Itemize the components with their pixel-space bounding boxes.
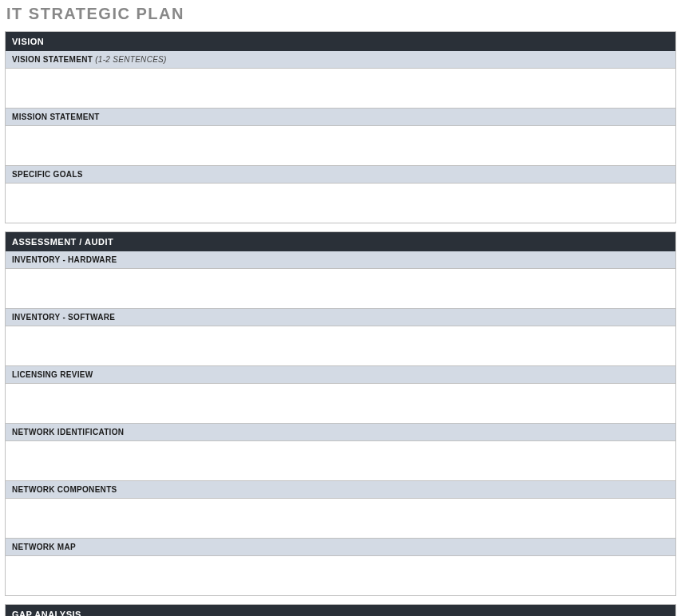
inventory-hardware-field[interactable] <box>6 269 675 308</box>
vision-statement-label: VISION STATEMENT (1-2 SENTENCES) <box>6 51 675 69</box>
inventory-software-label: INVENTORY - SOFTWARE <box>6 308 675 326</box>
assessment-section: ASSESSMENT / AUDIT INVENTORY - HARDWARE … <box>5 231 676 596</box>
network-map-field[interactable] <box>6 556 675 595</box>
vision-statement-hint: (1-2 SENTENCES) <box>95 55 167 64</box>
inventory-hardware-label: INVENTORY - HARDWARE <box>6 251 675 269</box>
network-components-field[interactable] <box>6 499 675 538</box>
network-map-label: NETWORK MAP <box>6 538 675 556</box>
inventory-software-field[interactable] <box>6 326 675 365</box>
page-title: IT STRATEGIC PLAN <box>0 0 681 31</box>
vision-statement-label-text: VISION STATEMENT <box>12 55 93 64</box>
vision-section: VISION VISION STATEMENT (1-2 SENTENCES) … <box>5 31 676 223</box>
licensing-review-field[interactable] <box>6 384 675 423</box>
vision-statement-field[interactable] <box>6 69 675 108</box>
licensing-review-label: LICENSING REVIEW <box>6 365 675 384</box>
assessment-header: ASSESSMENT / AUDIT <box>6 232 675 251</box>
gap-analysis-header: GAP ANALYSIS <box>5 604 676 616</box>
network-identification-field[interactable] <box>6 441 675 480</box>
network-components-label: NETWORK COMPONENTS <box>6 480 675 499</box>
network-identification-label: NETWORK IDENTIFICATION <box>6 423 675 441</box>
vision-header: VISION <box>6 32 675 51</box>
mission-statement-label: MISSION STATEMENT <box>6 108 675 126</box>
specific-goals-field[interactable] <box>6 184 675 223</box>
mission-statement-field[interactable] <box>6 126 675 165</box>
specific-goals-label: SPECIFIC GOALS <box>6 165 675 184</box>
